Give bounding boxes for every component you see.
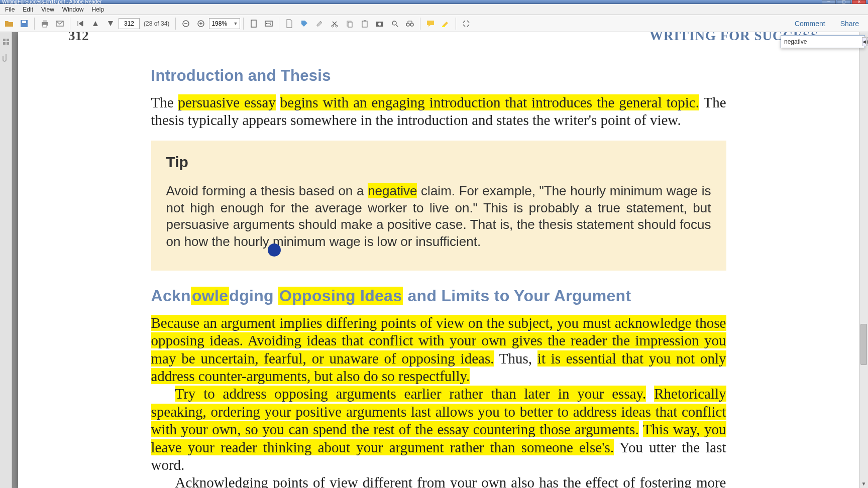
maximize-button[interactable]: ▢	[837, 0, 851, 4]
find-prev-button[interactable]: ◀	[862, 37, 866, 46]
separator	[175, 18, 176, 30]
search-button[interactable]	[388, 17, 402, 31]
attachments-icon[interactable]	[2, 53, 11, 62]
menu-view[interactable]: View	[37, 5, 58, 14]
svg-rect-26	[3, 39, 6, 41]
thumbnails-icon[interactable]	[2, 37, 11, 46]
tip-box: Tip Avoid forming a thesis based on a ne…	[151, 141, 726, 271]
highlight: persuasive essay	[178, 94, 276, 110]
separator	[279, 18, 279, 30]
scroll-down-button[interactable]: ▼	[859, 479, 868, 488]
eraser-button[interactable]	[312, 17, 327, 31]
highlight: begins with an engaging introduction tha…	[280, 94, 699, 110]
svg-point-20	[378, 23, 381, 26]
read-mode-button[interactable]	[459, 17, 473, 31]
text	[646, 386, 654, 402]
comment-panel-link[interactable]: Comment	[788, 20, 832, 28]
open-file-button[interactable]	[2, 17, 16, 31]
highlight-button[interactable]	[439, 17, 453, 31]
zoom-value: 198%	[211, 20, 227, 27]
copy-button[interactable]	[343, 17, 357, 31]
text: dging	[229, 287, 278, 305]
separator	[456, 18, 456, 30]
paragraph-opposing-2: Try to address opposing arguments earlie…	[151, 385, 726, 474]
svg-rect-3	[43, 20, 47, 22]
pdf-page: 312 WRITING FOR SUCCESS Introduction and…	[18, 32, 859, 488]
snapshot-button[interactable]	[373, 17, 387, 31]
svg-rect-16	[348, 22, 352, 27]
title-bar: WritingForSuccess-ch10.pdf - Adobe Reade…	[0, 0, 868, 4]
zoom-in-button[interactable]	[194, 17, 208, 31]
page-count-label: (28 of 34)	[144, 20, 169, 27]
first-page-button[interactable]	[73, 17, 87, 31]
paragraph-opposing-1: Because an argument implies differing po…	[151, 314, 726, 386]
prev-page-button[interactable]	[88, 17, 102, 31]
vertical-scrollbar[interactable]: ▲ ▼	[859, 32, 868, 488]
cursor-dot-icon	[268, 243, 281, 257]
fit-width-button[interactable]	[262, 17, 276, 31]
svg-rect-17	[362, 21, 367, 27]
svg-rect-1	[22, 21, 26, 23]
page-number-display: 312	[68, 32, 89, 44]
heading-opposing: Acknowledging Opposing Ideas and Limits …	[151, 287, 726, 305]
svg-rect-29	[7, 42, 9, 45]
page-header: 312 WRITING FOR SUCCESS	[18, 32, 859, 44]
find-input[interactable]	[782, 38, 861, 45]
svg-point-23	[406, 23, 409, 26]
text: The	[151, 94, 178, 110]
heading-introduction: Introduction and Thesis	[151, 67, 726, 85]
separator	[70, 18, 70, 30]
text	[276, 94, 280, 110]
next-page-button[interactable]	[103, 17, 118, 31]
svg-line-22	[396, 25, 398, 27]
menu-help[interactable]: Help	[88, 5, 108, 14]
text: and Limits to Your Argument	[403, 287, 631, 305]
save-button[interactable]	[17, 17, 31, 31]
paragraph-opposing-3: Acknowledging points of view different f…	[151, 474, 726, 488]
share-panel-link[interactable]: Share	[833, 20, 866, 28]
separator	[420, 18, 420, 30]
highlight: Opposing Ideas	[278, 287, 403, 305]
zoom-select[interactable]: 198%▼	[209, 18, 240, 29]
paragraph-intro: The persuasive essay begins with an enga…	[151, 94, 726, 130]
tag-button[interactable]	[297, 17, 311, 31]
binoculars-button[interactable]	[403, 17, 417, 31]
svg-rect-18	[364, 20, 366, 22]
page-number-input[interactable]	[119, 18, 140, 29]
sticky-note-button[interactable]	[423, 17, 438, 31]
new-doc-button[interactable]	[282, 17, 296, 31]
svg-rect-27	[7, 39, 9, 41]
paste-button[interactable]	[358, 17, 372, 31]
print-button[interactable]	[38, 17, 52, 31]
window-title: WritingForSuccess-ch10.pdf - Adobe Reade…	[2, 0, 822, 5]
text: Thus,	[494, 350, 537, 367]
email-button[interactable]	[53, 17, 67, 31]
zoom-out-button[interactable]	[179, 17, 193, 31]
svg-point-24	[410, 23, 413, 26]
tool-bar: (28 of 34) 198%▼ Comment Share	[0, 15, 868, 32]
menu-file[interactable]: File	[1, 5, 19, 14]
svg-point-21	[392, 21, 396, 25]
menu-window[interactable]: Window	[58, 5, 88, 14]
svg-rect-11	[251, 20, 256, 27]
svg-rect-25	[442, 26, 445, 27]
close-button[interactable]: ✕	[852, 0, 866, 4]
text: Ackn	[151, 287, 191, 305]
separator	[34, 18, 35, 30]
fit-page-button[interactable]	[247, 17, 261, 31]
separator	[243, 18, 244, 30]
window-controls: ─ ▢ ✕	[822, 0, 866, 4]
chevron-down-icon: ▼	[233, 21, 238, 26]
find-bar: ◀ ▶ ✕	[781, 35, 865, 48]
page-content: Introduction and Thesis The persuasive e…	[151, 67, 726, 488]
scroll-thumb[interactable]	[860, 324, 867, 365]
menu-bar: File Edit View Window Help	[0, 4, 868, 15]
svg-rect-4	[43, 25, 47, 27]
tip-title: Tip	[166, 154, 711, 171]
cut-button[interactable]	[328, 17, 342, 31]
side-panel-strip	[0, 32, 12, 488]
minimize-button[interactable]: ─	[822, 0, 836, 4]
text: Acknowledging points of view different f…	[151, 474, 726, 488]
document-area: 312 WRITING FOR SUCCESS Introduction and…	[12, 32, 868, 488]
menu-edit[interactable]: Edit	[19, 5, 37, 14]
